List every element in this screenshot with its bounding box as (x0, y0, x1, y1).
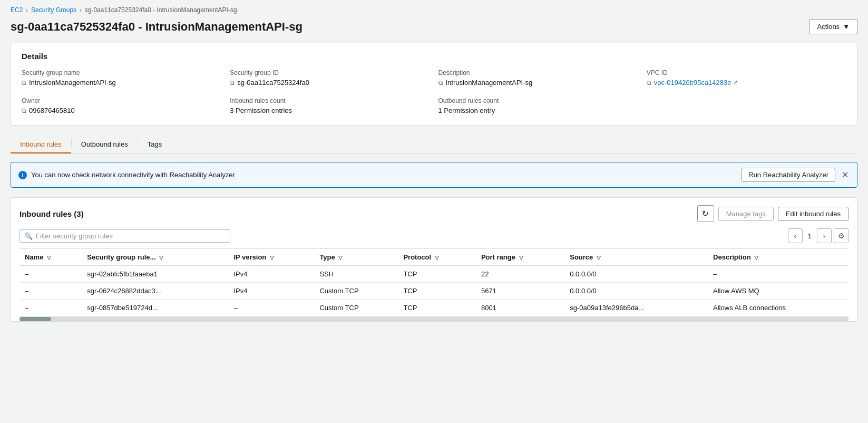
scrollbar-thumb[interactable] (19, 317, 51, 321)
sort-icon-type[interactable]: ▽ (338, 255, 343, 261)
sg-id-field: Security group ID ⧉ sg-0aa11ca7525324fa0 (230, 69, 430, 86)
owner-field: Owner ⧉ 096876465810 (22, 97, 221, 114)
scrollbar-track[interactable] (19, 317, 849, 321)
rules-count: (3) (74, 209, 83, 218)
breadcrumb-ec2[interactable]: EC2 (11, 6, 23, 14)
col-ip-version: IP version ▽ (228, 249, 314, 266)
row-2-col-3: Custom TCP (314, 300, 398, 316)
page-header: sg-0aa11ca7525324fa0 - IntrusionManageme… (11, 19, 857, 34)
copy-icon-owner[interactable]: ⧉ (22, 107, 26, 114)
vpc-id-link[interactable]: vpc-019426b95ca14283e ↗ (654, 79, 738, 86)
next-page-button[interactable]: › (817, 228, 832, 243)
tab-tags[interactable]: Tags (138, 136, 171, 153)
vpc-id-label: VPC ID (647, 69, 846, 76)
col-rule-id: Security group rule... ▽ (82, 249, 228, 266)
inbound-count-label: Inbound rules count (230, 97, 430, 104)
table-row: –sgr-02abfc5fb1faaeba1IPv4SSHTCP220.0.0.… (19, 266, 849, 283)
row-1-col-7: Allow AWS MQ (708, 283, 849, 300)
row-2-col-6: sg-0a09a13fe296b5da... (564, 300, 708, 316)
breadcrumb-sep-1: › (26, 7, 28, 13)
description-label: Description (438, 69, 638, 76)
info-banner: i You can now check network connectivity… (11, 162, 857, 188)
sort-icon-protocol[interactable]: ▽ (435, 255, 439, 261)
row-1-col-6: 0.0.0.0/0 (564, 283, 708, 300)
pagination-row: ‹ 1 › ⚙ (788, 228, 849, 243)
page-title: sg-0aa11ca7525324fa0 - IntrusionManageme… (11, 20, 303, 34)
search-input[interactable] (36, 232, 226, 240)
copy-icon-vpc-id[interactable]: ⧉ (647, 79, 651, 86)
col-rule-id-label: Security group rule... (87, 253, 155, 261)
actions-button[interactable]: Actions ▼ (809, 19, 857, 34)
info-banner-left: i You can now check network connectivity… (18, 171, 235, 179)
refresh-button[interactable]: ↻ (697, 205, 714, 222)
table-row: –sgr-0857dbe519724d...–Custom TCPTCP8001… (19, 300, 849, 316)
col-type: Type ▽ (314, 249, 398, 266)
inbound-count-text: 3 Permission entries (230, 107, 292, 114)
row-1-col-5: 5671 (476, 283, 564, 300)
rules-title-text: Inbound rules (19, 209, 72, 218)
table-row: –sgr-0624c26882ddac3...IPv4Custom TCPTCP… (19, 283, 849, 300)
row-0-col-1: sgr-02abfc5fb1faaeba1 (82, 266, 228, 283)
row-0-col-3: SSH (314, 266, 398, 283)
col-name-label: Name (25, 253, 43, 261)
details-title: Details (22, 52, 846, 61)
sg-name-value: ⧉ IntrusionManagementAPI-sg (22, 79, 221, 86)
rules-actions: ↻ Manage tags Edit inbound rules (697, 205, 849, 222)
description-value: ⧉ IntrusionManagementAPI-sg (438, 79, 638, 86)
rules-tbody: –sgr-02abfc5fb1faaeba1IPv4SSHTCP220.0.0.… (19, 266, 849, 316)
run-reachability-analyzer-button[interactable]: Run Reachability Analyzer (742, 168, 835, 182)
sg-name-field: Security group name ⧉ IntrusionManagemen… (22, 69, 221, 86)
col-protocol-label: Protocol (403, 253, 431, 261)
description-text: IntrusionManagementAPI-sg (446, 79, 533, 86)
col-port-range-label: Port range (481, 253, 515, 261)
table-settings-button[interactable]: ⚙ (834, 228, 849, 243)
row-1-col-3: Custom TCP (314, 283, 398, 300)
actions-label: Actions (817, 23, 840, 31)
manage-tags-button[interactable]: Manage tags (718, 207, 774, 221)
breadcrumb-security-groups[interactable]: Security Groups (31, 6, 76, 14)
col-port-range: Port range ▽ (476, 249, 564, 266)
row-2-col-1: sgr-0857dbe519724d... (82, 300, 228, 316)
sg-name-text: IntrusionManagementAPI-sg (29, 79, 116, 86)
inbound-rules-table: Name ▽ Security group rule... ▽ IP versi… (19, 248, 849, 316)
col-description: Description ▽ (708, 249, 849, 266)
outbound-count-field: Outbound rules count 1 Permission entry (438, 97, 638, 114)
table-header-row: Name ▽ Security group rule... ▽ IP versi… (19, 249, 849, 266)
vpc-id-text: vpc-019426b95ca14283e (654, 79, 732, 86)
copy-icon-description[interactable]: ⧉ (438, 79, 443, 86)
vpc-id-value: ⧉ vpc-019426b95ca14283e ↗ (647, 79, 846, 86)
tab-inbound-rules[interactable]: Inbound rules (11, 136, 71, 153)
row-1-col-4: TCP (398, 283, 476, 300)
tabs-bar: Inbound rules Outbound rules Tags (11, 136, 857, 153)
tab-outbound-rules[interactable]: Outbound rules (72, 136, 138, 153)
search-icon: 🔍 (24, 232, 33, 240)
sort-icon-description[interactable]: ▽ (754, 255, 758, 261)
prev-page-button[interactable]: ‹ (788, 228, 803, 243)
sg-name-label: Security group name (22, 69, 221, 76)
row-2-col-7: Allows ALB connections (708, 300, 849, 316)
rules-header: Inbound rules (3) ↻ Manage tags Edit inb… (19, 205, 849, 222)
vpc-id-field: VPC ID ⧉ vpc-019426b95ca14283e ↗ (647, 69, 846, 86)
details-card: Details Security group name ⧉ IntrusionM… (11, 43, 857, 126)
inbound-rules-section: Inbound rules (3) ↻ Manage tags Edit inb… (11, 197, 857, 322)
sort-icon-rule-id[interactable]: ▽ (159, 255, 163, 261)
outbound-count-label: Outbound rules count (438, 97, 638, 104)
copy-icon-sg-id[interactable]: ⧉ (230, 79, 235, 86)
rules-title: Inbound rules (3) (19, 209, 84, 218)
edit-inbound-rules-button[interactable]: Edit inbound rules (778, 207, 849, 221)
breadcrumb-current: sg-0aa11ca7525324fa0 - IntrusionManageme… (85, 6, 237, 14)
outbound-count-text: 1 Permission entry (438, 107, 495, 114)
row-0-col-5: 22 (476, 266, 564, 283)
sort-icon-name[interactable]: ▽ (47, 255, 51, 261)
sort-icon-ip-version[interactable]: ▽ (270, 255, 274, 261)
col-source: Source ▽ (564, 249, 708, 266)
sort-icon-source[interactable]: ▽ (597, 255, 601, 261)
col-name: Name ▽ (19, 249, 82, 266)
outbound-count-value: 1 Permission entry (438, 107, 638, 114)
sort-icon-port-range[interactable]: ▽ (519, 255, 523, 261)
row-0-col-4: TCP (398, 266, 476, 283)
row-2-col-2: – (228, 300, 314, 316)
copy-icon-sg-name[interactable]: ⧉ (22, 79, 26, 86)
sg-id-text: sg-0aa11ca7525324fa0 (237, 79, 309, 86)
banner-close-button[interactable]: ✕ (841, 170, 850, 180)
